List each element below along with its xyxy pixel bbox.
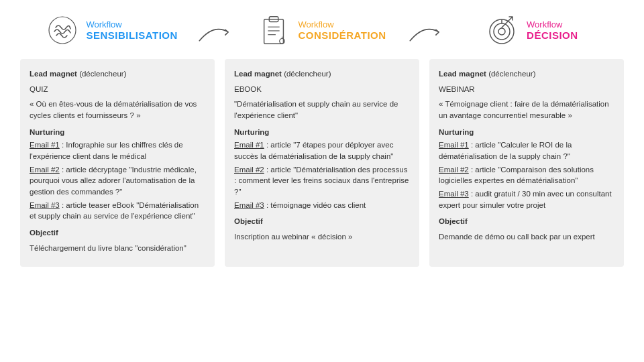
workflow-header-sensibilisation: Workflow SENSIBILISATION — [27, 13, 197, 47]
content-row: Lead magnet (déclencheur) QUIZ « Où en ê… — [20, 59, 624, 267]
email2-label-2: Email #2 — [234, 166, 264, 174]
workflow-label-consideration: Workflow CONSIDÉRATION — [298, 19, 386, 41]
notepad-icon — [258, 13, 291, 47]
content-col-consideration: Lead magnet (déclencheur) EBOOK "Dématér… — [225, 59, 419, 267]
email3-label-1: Email #3 — [30, 201, 60, 209]
lead-magnet-desc-2: "Dématérialisation et supply chain au se… — [234, 99, 410, 121]
objectif-text-2: Inscription au webinar « décision » — [234, 231, 410, 243]
nurturing-block-2: Nurturing Email #1 : article "7 étapes p… — [234, 127, 410, 211]
objectif-block-1: Objectif Téléchargement du livre blanc "… — [30, 227, 205, 253]
lead-magnet-line-3: Lead magnet (déclencheur) — [439, 68, 614, 80]
arrow-2 — [407, 13, 447, 47]
nurturing-block-3: Nurturing Email #1 : article "Calculer l… — [439, 127, 614, 211]
workflow-bottom-text-consideration: CONSIDÉRATION — [298, 29, 386, 41]
lead-magnet-bold-1: Lead magnet — [30, 70, 77, 78]
nurturing-title-1: Nurturing — [30, 127, 205, 138]
workflow-bottom-text-sensibilisation: SENSIBILISATION — [86, 29, 177, 41]
lead-magnet-paren-3: (déclencheur) — [488, 70, 535, 78]
workflow-label-sensibilisation: Workflow SENSIBILISATION — [86, 19, 177, 41]
objectif-block-3: Objectif Demande de démo ou call back pa… — [439, 216, 614, 242]
email3-text-2: : témoignage vidéo cas client — [264, 201, 366, 209]
svg-point-9 — [494, 23, 510, 40]
email2-3: Email #2 : article "Comparaison des solu… — [439, 164, 614, 186]
email2-2: Email #2 : article "Dématérialisation de… — [234, 164, 410, 198]
workflow-bottom-text-decision: DÉCISION — [527, 29, 578, 41]
objectif-block-2: Objectif Inscription au webinar « décisi… — [234, 216, 410, 242]
lead-magnet-type-3: WEBINAR — [439, 84, 614, 95]
email1-2: Email #1 : article "7 étapes pour déploy… — [234, 139, 410, 162]
svg-point-0 — [49, 17, 76, 44]
workflow-header-consideration: Workflow CONSIDÉRATION — [237, 13, 407, 47]
lead-magnet-desc-3: « Témoignage client : faire de la dématé… — [439, 99, 614, 121]
workflow-icon-title-sensibilisation: Workflow SENSIBILISATION — [46, 13, 177, 47]
email1-3: Email #1 : article "Calculer le ROI de l… — [439, 139, 614, 162]
email1-label-3: Email #1 — [439, 141, 469, 149]
lead-magnet-paren-2: (déclencheur) — [284, 70, 331, 78]
content-col-sensibilisation: Lead magnet (déclencheur) QUIZ « Où en ê… — [20, 59, 215, 267]
email2-label-3: Email #2 — [439, 166, 469, 174]
email1-label-1: Email #1 — [30, 141, 60, 149]
target-icon — [486, 13, 520, 47]
lead-magnet-desc-1: « Où en êtes-vous de la dématérialisatio… — [30, 99, 205, 121]
lead-magnet-bold-2: Lead magnet — [234, 70, 282, 78]
objectif-text-1: Téléchargement du livre blanc "considéra… — [30, 243, 205, 254]
workflow-top-text-decision: Workflow — [527, 19, 578, 29]
nurturing-block-1: Nurturing Email #1 : Infographie sur les… — [30, 127, 205, 222]
workflow-icon-title-consideration: Workflow CONSIDÉRATION — [258, 13, 386, 47]
email3-label-3: Email #3 — [439, 190, 469, 198]
objectif-title-3: Objectif — [439, 216, 614, 227]
email3-3: Email #3 : audit gratuit / 30 min avec u… — [439, 188, 614, 210]
lead-magnet-bold-3: Lead magnet — [439, 70, 486, 78]
workflow-top-text-sensibilisation: Workflow — [86, 19, 177, 29]
svg-point-10 — [498, 28, 505, 35]
arrow-1 — [197, 13, 237, 47]
page-container: Workflow SENSIBILISATION — [0, 0, 644, 362]
email3-2: Email #3 : témoignage vidéo cas client — [234, 200, 410, 211]
email1-1: Email #1 : Infographie sur les chiffres … — [30, 139, 205, 162]
workflow-top-text-consideration: Workflow — [298, 19, 386, 29]
lead-magnet-line-2: Lead magnet (déclencheur) — [234, 68, 410, 80]
content-col-decision: Lead magnet (déclencheur) WEBINAR « Témo… — [429, 59, 624, 267]
workflow-headers: Workflow SENSIBILISATION — [20, 13, 624, 47]
svg-point-6 — [280, 38, 285, 44]
workflow-header-decision: Workflow DÉCISION — [447, 13, 617, 47]
lead-magnet-line-1: Lead magnet (déclencheur) — [30, 68, 205, 80]
email2-1: Email #2 : article décryptage "Industrie… — [30, 164, 205, 198]
tangle-icon — [46, 13, 79, 47]
lead-magnet-type-2: EBOOK — [234, 84, 410, 95]
email3-label-2: Email #3 — [234, 201, 264, 209]
workflow-label-decision: Workflow DÉCISION — [527, 19, 578, 41]
nurturing-title-2: Nurturing — [234, 127, 410, 138]
email3-1: Email #3 : article teaser eBook "Dématér… — [30, 200, 205, 222]
objectif-title-2: Objectif — [234, 216, 410, 227]
email1-label-2: Email #1 — [234, 141, 264, 149]
lead-magnet-type-1: QUIZ — [30, 84, 205, 95]
email2-label-1: Email #2 — [30, 166, 60, 174]
lead-magnet-paren-1: (déclencheur) — [79, 70, 126, 78]
objectif-title-1: Objectif — [30, 227, 205, 239]
objectif-text-3: Demande de démo ou call back par un expe… — [439, 231, 614, 243]
svg-rect-1 — [264, 19, 284, 44]
workflow-icon-title-decision: Workflow DÉCISION — [486, 13, 578, 47]
nurturing-title-3: Nurturing — [439, 127, 614, 138]
